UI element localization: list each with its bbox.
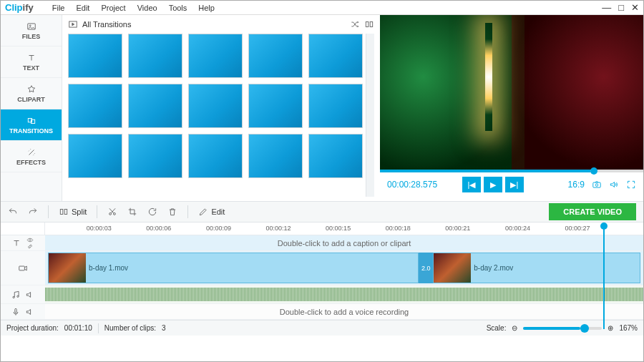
zoom-out-icon[interactable]: ⊖ [512,324,517,332]
text-icon [26,53,36,63]
transition-thumb[interactable] [248,34,303,78]
svg-point-13 [29,239,31,240]
window-minimize-icon[interactable]: — [602,2,611,13]
shuffle-icon[interactable] [350,19,360,29]
left-sidebar: FILES TEXT CLIPART TRANSITIONS EFFECTS [1,15,62,201]
snapshot-icon[interactable] [592,180,602,190]
svg-rect-9 [60,210,63,215]
preview-pane: 00:00:28.575 |◀ ▶ ▶| 16:9 [380,15,643,201]
volume-icon[interactable] [609,180,619,190]
time-ruler[interactable]: 00:00:03 00:00:06 00:00:09 00:00:12 00:0… [45,222,643,235]
preview-timecode: 00:00:28.575 [387,180,437,190]
panel-title: All Transitions [82,20,131,29]
rotate-icon[interactable] [147,207,157,217]
video-clip-2[interactable]: b-day 2.mov [433,253,640,283]
text-track-icon [11,238,21,248]
transition-thumb[interactable] [308,84,363,128]
svg-point-12 [114,212,116,215]
transition-thumb[interactable] [128,34,182,78]
next-button[interactable]: ▶| [505,177,524,192]
menu-file[interactable]: File [48,4,69,12]
sidebar-item-transitions[interactable]: TRANSITIONS [1,109,62,141]
edit-toolbar: Split Edit CREATE VIDEO [1,201,643,222]
menu-video[interactable]: Video [133,4,162,12]
sidebar-item-files[interactable]: FILES [1,15,62,47]
svg-rect-10 [64,210,67,215]
menu-help[interactable]: Help [194,4,219,12]
transition-block[interactable]: 2.0 [419,253,433,283]
svg-rect-7 [593,182,601,187]
sidebar-item-clipart[interactable]: CLIPART [1,78,62,109]
caption-track[interactable]: Double-click to add a caption or clipart [45,235,643,250]
preview-video[interactable] [380,15,643,170]
voice-track[interactable]: Double-click to add a voice recording [45,304,643,319]
transitions-panel: All Transitions [62,15,380,201]
clip-thumbnail [49,253,86,283]
duration-value: 00:01:10 [64,324,92,332]
sidebar-item-text[interactable]: TEXT [1,47,62,78]
transition-thumb[interactable] [248,84,303,128]
play-button[interactable]: ▶ [484,177,502,192]
menu-edit[interactable]: Edit [72,4,94,12]
apply-all-icon[interactable] [364,19,374,29]
video-clip-1[interactable]: b-day 1.mov [48,253,419,283]
image-icon [26,21,36,31]
video-track-icon [18,263,28,273]
fullscreen-icon[interactable] [626,180,636,190]
playhead-line [603,229,605,329]
create-video-button[interactable]: CREATE VIDEO [549,203,636,220]
star-icon [26,84,36,94]
transition-thumb[interactable] [68,134,122,178]
music-track-icon [11,290,21,300]
delete-icon[interactable] [167,207,177,217]
transitions-icon [26,116,36,126]
crop-icon[interactable] [127,207,137,217]
zoom-slider[interactable] [523,327,602,330]
cut-icon[interactable] [107,207,117,217]
transition-thumb[interactable] [68,84,122,128]
sidebar-label-files: FILES [22,33,41,40]
sidebar-item-effects[interactable]: EFFECTS [1,141,62,172]
edit-button[interactable]: Edit [198,207,225,217]
sidebar-label-clipart: CLIPART [17,96,44,103]
svg-point-15 [13,296,14,298]
transition-thumb[interactable] [188,134,243,178]
svg-point-8 [595,184,598,187]
transition-thumb[interactable] [248,134,303,178]
panel-scrollbar[interactable] [366,34,374,197]
window-close-icon[interactable]: ✕ [631,2,639,13]
playback-icon [68,19,78,29]
transition-thumb[interactable] [128,134,182,178]
visibility-icon[interactable] [26,237,34,243]
svg-point-16 [17,295,19,297]
clip-count-value: 3 [162,324,166,332]
svg-rect-17 [15,308,16,313]
aspect-ratio[interactable]: 16:9 [568,180,585,190]
menu-project[interactable]: Project [97,4,130,12]
audio-track[interactable] [45,285,643,303]
speaker-icon[interactable] [25,307,35,317]
prev-button[interactable]: |◀ [462,177,481,192]
link-icon[interactable] [26,243,34,250]
video-track[interactable]: b-day 1.mov 2.0 b-day 2.mov [45,251,643,285]
transition-thumb[interactable] [68,34,122,78]
transition-thumb[interactable] [308,34,363,78]
window-maximize-icon[interactable]: □ [618,2,624,13]
status-bar: Project duration: 00:01:10 Number of cli… [1,320,643,336]
zoom-in-icon[interactable]: ⊕ [608,324,613,332]
speaker-icon[interactable] [25,290,35,300]
redo-icon[interactable] [28,207,38,217]
preview-seekbar[interactable] [380,170,643,172]
waveform [45,288,643,301]
transition-thumb[interactable] [128,84,182,128]
undo-icon[interactable] [8,207,18,217]
split-button[interactable]: Split [59,207,87,217]
app-logo: Clipify [5,2,34,13]
svg-rect-14 [19,266,25,270]
transition-thumb[interactable] [308,134,363,178]
pencil-icon [198,207,208,217]
clip-count-label: Number of clips: [104,324,156,332]
transition-thumb[interactable] [188,84,243,128]
transition-thumb[interactable] [188,34,243,78]
menu-tools[interactable]: Tools [165,4,192,12]
